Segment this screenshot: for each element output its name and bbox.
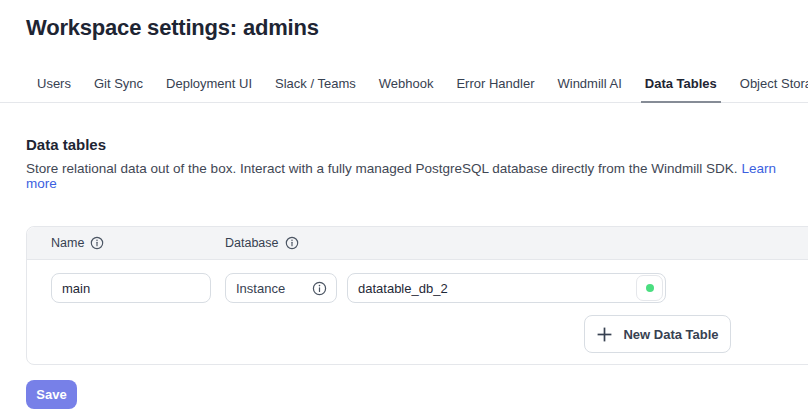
tab-users[interactable]: Users	[33, 72, 75, 103]
page-title: Workspace settings: admins	[26, 15, 808, 41]
settings-tabs: Users Git Sync Deployment UI Slack / Tea…	[0, 72, 808, 103]
tab-windmill-ai[interactable]: Windmill AI	[553, 72, 625, 103]
datatable-name-input[interactable]	[51, 273, 211, 303]
table-row: Instance	[51, 273, 808, 303]
info-icon[interactable]	[312, 281, 327, 296]
table-header-row: Name Database	[27, 227, 808, 260]
column-header-database: Database	[225, 236, 299, 250]
tab-webhook[interactable]: Webhook	[375, 72, 438, 103]
database-name-wrap	[347, 273, 666, 303]
section-description-text: Store relational data out of the box. In…	[26, 161, 738, 176]
tab-git-sync[interactable]: Git Sync	[90, 72, 147, 103]
tab-object-storage[interactable]: Object Storage	[736, 72, 808, 103]
column-database-label: Database	[225, 236, 279, 250]
info-icon[interactable]	[90, 236, 104, 250]
section-description: Store relational data out of the box. In…	[26, 161, 808, 191]
info-icon[interactable]	[285, 236, 299, 250]
tab-data-tables[interactable]: Data Tables	[641, 72, 721, 103]
tab-error-handler[interactable]: Error Handler	[452, 72, 538, 103]
data-tables-card: Name Database Instance	[26, 226, 808, 365]
plus-icon	[596, 326, 613, 343]
status-green-dot-icon	[646, 284, 654, 292]
database-status-button[interactable]	[636, 275, 663, 301]
table-body: Instance New Data Table	[27, 260, 808, 364]
column-name-label: Name	[51, 236, 84, 250]
save-button[interactable]: Save	[26, 380, 77, 409]
database-name-input[interactable]	[347, 273, 666, 303]
column-header-name: Name	[51, 236, 225, 250]
section-heading: Data tables	[26, 136, 808, 153]
tab-deployment-ui[interactable]: Deployment UI	[162, 72, 256, 103]
new-data-table-label: New Data Table	[623, 327, 718, 342]
tab-slack-teams[interactable]: Slack / Teams	[271, 72, 360, 103]
database-kind-select[interactable]: Instance	[225, 273, 337, 303]
new-data-table-button[interactable]: New Data Table	[584, 315, 731, 353]
database-kind-value: Instance	[236, 281, 285, 296]
